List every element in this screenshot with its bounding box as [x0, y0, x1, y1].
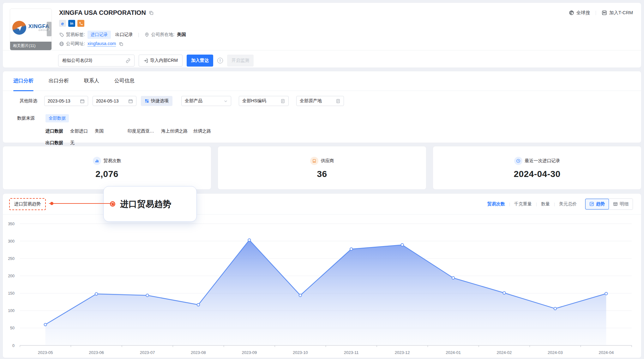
company-image-thumbnail[interactable]: XINGFA GROUP 相关图片(11) › [10, 9, 52, 50]
import-source-item[interactable]: 全部进口 [70, 128, 88, 134]
x-axis-label: 2023-08 [191, 350, 206, 355]
trend-point[interactable] [146, 294, 148, 297]
join-tcrm-button[interactable]: 加入T-CRM [602, 10, 633, 16]
import-source-item[interactable]: 美国 [95, 128, 104, 134]
all-products-select[interactable]: 全部产品 [181, 96, 231, 106]
tab-export-analysis[interactable]: 出口分析 [49, 71, 69, 91]
trend-point[interactable] [197, 303, 200, 306]
trend-point[interactable] [452, 277, 454, 279]
start-monitoring-button[interactable]: 开启监测 [227, 55, 254, 67]
x-axis-label: 2024-03 [548, 350, 563, 355]
x-axis-label: 2023-06 [89, 350, 104, 355]
grid-icon [145, 99, 149, 103]
logo-subtext: GROUP [28, 29, 49, 32]
export-data-label: 出口数据 [45, 140, 63, 146]
image-next-arrow[interactable]: › [47, 22, 51, 36]
metric-kg-weight[interactable]: 千克重量 [514, 201, 532, 207]
all-origins-button[interactable]: 全部原产地 [296, 96, 344, 106]
all-hs-codes-button[interactable]: 全部HS编码 [239, 96, 289, 106]
trade-count-value: 2,076 [95, 169, 118, 179]
y-axis-label: 150 [8, 291, 15, 296]
y-axis-label: 250 [8, 256, 15, 261]
globe-icon [59, 41, 64, 46]
website-browser-icon[interactable]: e [59, 20, 66, 27]
analysis-card: 进口分析 出口分析 联系人 公司信息 其他筛选 2023-05-13 2024-… [3, 71, 641, 143]
trend-point[interactable] [554, 307, 557, 310]
phone-icon[interactable] [77, 20, 84, 27]
join-radar-button[interactable]: 加入雷达 [187, 55, 213, 67]
callout-text: 进口贸易趋势 [120, 198, 171, 210]
social-links: e in [59, 20, 84, 27]
divider [596, 11, 596, 15]
trend-point[interactable] [299, 294, 302, 297]
trend-point[interactable] [44, 323, 47, 326]
y-axis-label: 100 [8, 309, 15, 313]
chevron-down-icon [224, 99, 228, 103]
copy-icon[interactable] [149, 10, 154, 15]
import-source-item[interactable]: 印度尼西亚… [128, 128, 154, 134]
all-data-chip[interactable]: 全部数据 [45, 114, 69, 122]
metric-trade-count[interactable]: 贸易次数 [487, 201, 505, 207]
copy-icon[interactable] [119, 42, 123, 46]
suppliers-value: 36 [317, 169, 327, 179]
clock-icon [514, 157, 522, 165]
linkedin-icon[interactable]: in [68, 20, 75, 27]
data-source-label: 数据来源 [17, 115, 45, 121]
tag-import-records[interactable]: 进口记录 [87, 31, 111, 39]
import-source-item[interactable]: 海上丝绸之路 [161, 128, 188, 134]
metric-quantity[interactable]: 数量 [541, 201, 550, 207]
website-link[interactable]: xingfausa.com [87, 41, 116, 47]
divider: | [536, 202, 537, 206]
link-icon [126, 58, 130, 63]
stat-label: 最近一次进口记录 [525, 158, 560, 164]
tab-import-analysis[interactable]: 进口分析 [13, 71, 33, 91]
import-data-label: 进口数据 [45, 128, 63, 134]
y-axis-label: 0 [12, 344, 15, 348]
tag-export-records[interactable]: 出口记录 [115, 32, 133, 38]
tab-contacts[interactable]: 联系人 [84, 71, 99, 91]
similar-companies-button[interactable]: 相似公司名(23) [58, 55, 135, 67]
info-icon[interactable]: ! [217, 58, 223, 63]
tab-company-info[interactable]: 公司信息 [114, 71, 135, 91]
x-axis-label: 2024-01 [446, 350, 461, 355]
import-trend-chart[interactable]: 0501001502002503003502023-052023-062023-… [3, 215, 641, 358]
x-axis-label: 2023-10 [293, 350, 308, 355]
divider [3, 50, 641, 50]
trend-point[interactable] [401, 244, 403, 246]
x-axis-label: 2023-12 [395, 350, 410, 355]
trend-icon [589, 202, 594, 206]
y-axis-label: 350 [8, 222, 15, 226]
supplier-icon [310, 157, 318, 165]
x-axis-label: 2023-09 [242, 350, 257, 355]
quick-options-button[interactable]: 快捷选项 [141, 96, 172, 106]
trend-point[interactable] [605, 292, 607, 295]
trend-point[interactable] [350, 248, 352, 250]
crm-icon [602, 10, 607, 15]
view-trend-button[interactable]: 趋势 [585, 199, 609, 209]
trend-point[interactable] [248, 239, 250, 241]
callout-bubble: 进口贸易趋势 [103, 186, 197, 222]
import-internal-crm-button[interactable]: 导入内部CRM [139, 55, 183, 67]
metric-usd-total[interactable]: 美元总价 [559, 201, 577, 207]
start-date-input[interactable]: 2023-05-13 [44, 96, 88, 106]
import-icon [143, 58, 148, 63]
end-date-input[interactable]: 2024-05-13 [93, 96, 136, 106]
y-axis-label: 300 [8, 239, 15, 244]
location-pin-icon [144, 32, 149, 37]
calendar-icon [128, 99, 133, 103]
x-axis-label: 2023-05 [38, 350, 53, 355]
trend-point[interactable] [95, 293, 98, 295]
trend-point[interactable] [503, 291, 505, 294]
x-axis-label: 2023-07 [140, 350, 155, 355]
page: XINGFA GROUP 相关图片(11) › XINGFA USA CORPO… [0, 0, 644, 359]
stat-label: 贸易次数 [104, 158, 121, 164]
divider: | [509, 202, 510, 206]
stat-label: 供应商 [321, 158, 334, 164]
callout-connector [49, 203, 111, 204]
import-source-item[interactable]: 丝绸之路 [193, 128, 211, 134]
last-import-value: 2024-04-30 [514, 169, 560, 179]
global-search-button[interactable]: 全球搜 [569, 10, 590, 16]
related-images-badge: 相关图片(11) [10, 42, 51, 50]
website-label: 公司网址: [66, 41, 85, 47]
view-detail-button[interactable]: 明细 [609, 199, 633, 209]
